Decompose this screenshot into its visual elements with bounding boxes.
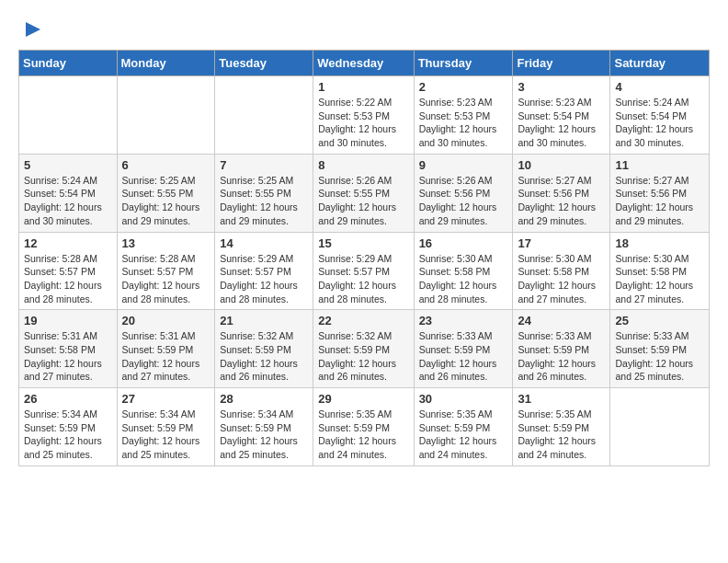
day-number: 9 — [419, 158, 508, 172]
calendar-day-cell: 7Sunrise: 5:25 AM Sunset: 5:55 PM Daylig… — [215, 154, 313, 232]
day-number: 25 — [615, 314, 704, 327]
day-info: Sunrise: 5:30 AM Sunset: 5:58 PM Dayligh… — [419, 252, 508, 306]
day-info: Sunrise: 5:25 AM Sunset: 5:55 PM Dayligh… — [220, 174, 308, 228]
weekday-header: Saturday — [610, 51, 710, 76]
calendar-day-cell: 18Sunrise: 5:30 AM Sunset: 5:58 PM Dayli… — [610, 232, 710, 310]
weekday-header: Thursday — [414, 51, 513, 76]
calendar-day-cell: 28Sunrise: 5:34 AM Sunset: 5:59 PM Dayli… — [215, 388, 313, 466]
day-number: 28 — [220, 392, 308, 406]
logo — [18, 18, 44, 40]
day-info: Sunrise: 5:33 AM Sunset: 5:59 PM Dayligh… — [419, 329, 508, 384]
calendar-day-cell: 17Sunrise: 5:30 AM Sunset: 5:58 PM Dayli… — [513, 232, 610, 310]
calendar-day-cell: 31Sunrise: 5:35 AM Sunset: 5:59 PM Dayli… — [513, 388, 610, 466]
day-number: 15 — [318, 236, 408, 250]
calendar-day-cell: 26Sunrise: 5:34 AM Sunset: 5:59 PM Dayli… — [19, 388, 118, 466]
day-number: 4 — [615, 80, 704, 94]
weekday-header: Friday — [513, 51, 610, 76]
svg-marker-0 — [26, 22, 40, 37]
day-info: Sunrise: 5:35 AM Sunset: 5:59 PM Dayligh… — [419, 408, 508, 462]
day-number: 27 — [122, 392, 210, 406]
calendar-day-cell: 21Sunrise: 5:32 AM Sunset: 5:59 PM Dayli… — [215, 310, 313, 388]
calendar-day-cell — [19, 76, 118, 155]
calendar-day-cell: 8Sunrise: 5:26 AM Sunset: 5:55 PM Daylig… — [313, 154, 414, 232]
day-number: 17 — [518, 236, 605, 250]
day-info: Sunrise: 5:26 AM Sunset: 5:56 PM Dayligh… — [419, 174, 508, 228]
day-number: 3 — [518, 80, 605, 94]
day-info: Sunrise: 5:23 AM Sunset: 5:53 PM Dayligh… — [419, 96, 508, 150]
day-info: Sunrise: 5:29 AM Sunset: 5:57 PM Dayligh… — [318, 252, 408, 306]
calendar-day-cell: 24Sunrise: 5:33 AM Sunset: 5:59 PM Dayli… — [513, 310, 610, 388]
calendar-week-row: 5Sunrise: 5:24 AM Sunset: 5:54 PM Daylig… — [19, 154, 710, 232]
calendar-day-cell: 3Sunrise: 5:23 AM Sunset: 5:54 PM Daylig… — [513, 76, 610, 155]
day-info: Sunrise: 5:23 AM Sunset: 5:54 PM Dayligh… — [518, 96, 605, 150]
page-header — [18, 18, 710, 40]
day-number: 1 — [318, 80, 408, 94]
calendar-day-cell: 16Sunrise: 5:30 AM Sunset: 5:58 PM Dayli… — [414, 232, 513, 310]
day-info: Sunrise: 5:35 AM Sunset: 5:59 PM Dayligh… — [318, 408, 408, 462]
day-info: Sunrise: 5:29 AM Sunset: 5:57 PM Dayligh… — [220, 252, 308, 306]
day-info: Sunrise: 5:24 AM Sunset: 5:54 PM Dayligh… — [24, 174, 112, 228]
calendar-day-cell: 30Sunrise: 5:35 AM Sunset: 5:59 PM Dayli… — [414, 388, 513, 466]
day-number: 19 — [24, 314, 112, 327]
calendar-day-cell: 9Sunrise: 5:26 AM Sunset: 5:56 PM Daylig… — [414, 154, 513, 232]
day-info: Sunrise: 5:27 AM Sunset: 5:56 PM Dayligh… — [518, 174, 605, 228]
day-info: Sunrise: 5:28 AM Sunset: 5:57 PM Dayligh… — [122, 252, 210, 306]
day-number: 7 — [220, 158, 308, 172]
day-info: Sunrise: 5:30 AM Sunset: 5:58 PM Dayligh… — [518, 252, 605, 306]
calendar-day-cell: 4Sunrise: 5:24 AM Sunset: 5:54 PM Daylig… — [610, 76, 710, 155]
day-info: Sunrise: 5:26 AM Sunset: 5:55 PM Dayligh… — [318, 174, 408, 228]
day-info: Sunrise: 5:22 AM Sunset: 5:53 PM Dayligh… — [318, 96, 408, 150]
calendar-day-cell — [117, 76, 215, 155]
calendar-day-cell: 6Sunrise: 5:25 AM Sunset: 5:55 PM Daylig… — [117, 154, 215, 232]
day-info: Sunrise: 5:33 AM Sunset: 5:59 PM Dayligh… — [518, 329, 605, 384]
day-number: 14 — [220, 236, 308, 250]
day-info: Sunrise: 5:31 AM Sunset: 5:58 PM Dayligh… — [24, 329, 112, 384]
calendar-day-cell: 2Sunrise: 5:23 AM Sunset: 5:53 PM Daylig… — [414, 76, 513, 155]
calendar-day-cell: 12Sunrise: 5:28 AM Sunset: 5:57 PM Dayli… — [19, 232, 118, 310]
day-info: Sunrise: 5:32 AM Sunset: 5:59 PM Dayligh… — [318, 329, 408, 384]
day-info: Sunrise: 5:34 AM Sunset: 5:59 PM Dayligh… — [122, 408, 210, 462]
calendar-day-cell: 13Sunrise: 5:28 AM Sunset: 5:57 PM Dayli… — [117, 232, 215, 310]
day-number: 21 — [220, 314, 308, 327]
day-number: 5 — [24, 158, 112, 172]
day-number: 8 — [318, 158, 408, 172]
calendar-day-cell: 23Sunrise: 5:33 AM Sunset: 5:59 PM Dayli… — [414, 310, 513, 388]
day-number: 2 — [419, 80, 508, 94]
calendar-day-cell: 19Sunrise: 5:31 AM Sunset: 5:58 PM Dayli… — [19, 310, 118, 388]
calendar-day-cell: 14Sunrise: 5:29 AM Sunset: 5:57 PM Dayli… — [215, 232, 313, 310]
day-info: Sunrise: 5:34 AM Sunset: 5:59 PM Dayligh… — [24, 408, 112, 462]
calendar-day-cell: 11Sunrise: 5:27 AM Sunset: 5:56 PM Dayli… — [610, 154, 710, 232]
day-number: 11 — [615, 158, 704, 172]
day-info: Sunrise: 5:30 AM Sunset: 5:58 PM Dayligh… — [615, 252, 704, 306]
calendar-week-row: 1Sunrise: 5:22 AM Sunset: 5:53 PM Daylig… — [19, 76, 710, 155]
day-info: Sunrise: 5:34 AM Sunset: 5:59 PM Dayligh… — [220, 408, 308, 462]
day-info: Sunrise: 5:35 AM Sunset: 5:59 PM Dayligh… — [518, 408, 605, 462]
day-number: 13 — [122, 236, 210, 250]
calendar-day-cell: 10Sunrise: 5:27 AM Sunset: 5:56 PM Dayli… — [513, 154, 610, 232]
calendar-header-row: SundayMondayTuesdayWednesdayThursdayFrid… — [19, 51, 710, 76]
calendar-table: SundayMondayTuesdayWednesdayThursdayFrid… — [18, 50, 710, 466]
weekday-header: Wednesday — [313, 51, 414, 76]
day-number: 12 — [24, 236, 112, 250]
day-number: 18 — [615, 236, 704, 250]
calendar-day-cell: 20Sunrise: 5:31 AM Sunset: 5:59 PM Dayli… — [117, 310, 215, 388]
day-number: 22 — [318, 314, 408, 327]
day-number: 23 — [419, 314, 508, 327]
calendar-day-cell: 22Sunrise: 5:32 AM Sunset: 5:59 PM Dayli… — [313, 310, 414, 388]
calendar-week-row: 12Sunrise: 5:28 AM Sunset: 5:57 PM Dayli… — [19, 232, 710, 310]
calendar-week-row: 26Sunrise: 5:34 AM Sunset: 5:59 PM Dayli… — [19, 388, 710, 466]
calendar-day-cell — [610, 388, 710, 466]
day-number: 24 — [518, 314, 605, 327]
day-number: 30 — [419, 392, 508, 406]
calendar-day-cell: 25Sunrise: 5:33 AM Sunset: 5:59 PM Dayli… — [610, 310, 710, 388]
day-number: 20 — [122, 314, 210, 327]
weekday-header: Tuesday — [215, 51, 313, 76]
weekday-header: Monday — [117, 51, 215, 76]
logo-icon — [22, 18, 44, 40]
day-info: Sunrise: 5:32 AM Sunset: 5:59 PM Dayligh… — [220, 329, 308, 384]
day-info: Sunrise: 5:27 AM Sunset: 5:56 PM Dayligh… — [615, 174, 704, 228]
weekday-header: Sunday — [19, 51, 118, 76]
day-info: Sunrise: 5:25 AM Sunset: 5:55 PM Dayligh… — [122, 174, 210, 228]
day-number: 16 — [419, 236, 508, 250]
day-info: Sunrise: 5:28 AM Sunset: 5:57 PM Dayligh… — [24, 252, 112, 306]
